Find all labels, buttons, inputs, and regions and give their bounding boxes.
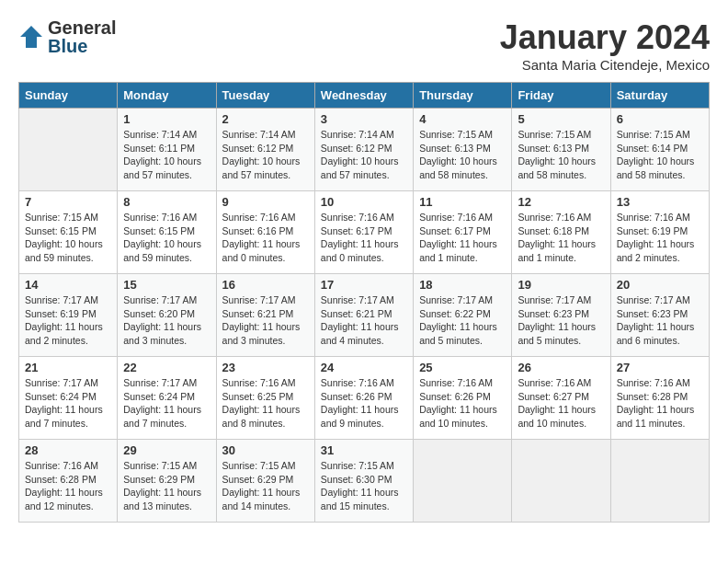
day-info: Sunrise: 7:14 AM Sunset: 6:12 PM Dayligh… <box>321 128 407 182</box>
calendar-cell: 15Sunrise: 7:17 AM Sunset: 6:20 PM Dayli… <box>118 274 216 357</box>
calendar-cell: 13Sunrise: 7:16 AM Sunset: 6:19 PM Dayli… <box>610 191 709 274</box>
day-number: 2 <box>222 112 309 126</box>
calendar-cell: 18Sunrise: 7:17 AM Sunset: 6:22 PM Dayli… <box>414 274 512 357</box>
day-info: Sunrise: 7:17 AM Sunset: 6:20 PM Dayligh… <box>123 293 210 348</box>
day-number: 16 <box>222 278 309 292</box>
calendar-cell: 19Sunrise: 7:17 AM Sunset: 6:23 PM Dayli… <box>512 274 610 357</box>
header-sunday: Sunday <box>19 83 118 109</box>
calendar-cell: 8Sunrise: 7:16 AM Sunset: 6:15 PM Daylig… <box>118 191 216 274</box>
calendar-cell: 12Sunrise: 7:16 AM Sunset: 6:18 PM Dayli… <box>512 191 610 274</box>
day-info: Sunrise: 7:14 AM Sunset: 6:12 PM Dayligh… <box>222 128 309 182</box>
calendar-cell: 22Sunrise: 7:17 AM Sunset: 6:24 PM Dayli… <box>118 357 216 440</box>
day-info: Sunrise: 7:15 AM Sunset: 6:14 PM Dayligh… <box>617 128 703 182</box>
calendar-cell: 26Sunrise: 7:16 AM Sunset: 6:27 PM Dayli… <box>512 357 610 440</box>
day-number: 4 <box>419 112 506 126</box>
day-info: Sunrise: 7:16 AM Sunset: 6:28 PM Dayligh… <box>25 459 111 513</box>
calendar-cell: 1Sunrise: 7:14 AM Sunset: 6:11 PM Daylig… <box>118 109 216 191</box>
calendar-cell: 17Sunrise: 7:17 AM Sunset: 6:21 PM Dayli… <box>314 274 413 357</box>
calendar-cell: 28Sunrise: 7:16 AM Sunset: 6:28 PM Dayli… <box>19 440 118 523</box>
calendar-cell: 10Sunrise: 7:16 AM Sunset: 6:17 PM Dayli… <box>314 191 413 274</box>
day-number: 22 <box>123 361 210 374</box>
day-number: 31 <box>321 443 407 457</box>
logo-general: General <box>48 18 116 37</box>
calendar-cell: 4Sunrise: 7:15 AM Sunset: 6:13 PM Daylig… <box>414 109 512 191</box>
header-wednesday: Wednesday <box>314 83 413 109</box>
calendar-cell: 2Sunrise: 7:14 AM Sunset: 6:12 PM Daylig… <box>216 109 314 191</box>
logo-blue: Blue <box>48 37 116 55</box>
calendar-cell: 21Sunrise: 7:17 AM Sunset: 6:24 PM Dayli… <box>19 357 118 440</box>
logo: General Blue <box>18 18 116 55</box>
calendar-week-1: 1Sunrise: 7:14 AM Sunset: 6:11 PM Daylig… <box>19 109 710 191</box>
header-row: Sunday Monday Tuesday Wednesday Thursday… <box>19 83 710 109</box>
header-thursday: Thursday <box>414 83 512 109</box>
day-number: 26 <box>518 361 604 374</box>
day-info: Sunrise: 7:15 AM Sunset: 6:30 PM Dayligh… <box>321 459 407 513</box>
header-tuesday: Tuesday <box>216 83 314 109</box>
day-number: 27 <box>617 361 703 374</box>
calendar-cell: 16Sunrise: 7:17 AM Sunset: 6:21 PM Dayli… <box>216 274 314 357</box>
day-info: Sunrise: 7:17 AM Sunset: 6:23 PM Dayligh… <box>518 293 604 348</box>
day-info: Sunrise: 7:16 AM Sunset: 6:16 PM Dayligh… <box>222 211 309 265</box>
calendar-cell <box>512 440 610 523</box>
calendar-cell: 6Sunrise: 7:15 AM Sunset: 6:14 PM Daylig… <box>610 109 709 191</box>
calendar-cell <box>414 440 512 523</box>
svg-marker-0 <box>20 26 42 48</box>
calendar-cell: 14Sunrise: 7:17 AM Sunset: 6:19 PM Dayli… <box>19 274 118 357</box>
day-number: 12 <box>518 195 604 209</box>
day-info: Sunrise: 7:15 AM Sunset: 6:29 PM Dayligh… <box>222 459 309 513</box>
calendar-week-2: 7Sunrise: 7:15 AM Sunset: 6:15 PM Daylig… <box>19 191 710 274</box>
day-number: 1 <box>123 112 210 126</box>
title-block: January 2024 Santa Maria Citendeje, Mexi… <box>500 18 710 73</box>
page-header: General Blue January 2024 Santa Maria Ci… <box>18 18 710 73</box>
day-number: 14 <box>25 278 111 292</box>
day-info: Sunrise: 7:17 AM Sunset: 6:19 PM Dayligh… <box>25 293 111 348</box>
day-info: Sunrise: 7:17 AM Sunset: 6:21 PM Dayligh… <box>222 293 309 348</box>
calendar-cell: 3Sunrise: 7:14 AM Sunset: 6:12 PM Daylig… <box>314 109 413 191</box>
day-info: Sunrise: 7:16 AM Sunset: 6:26 PM Dayligh… <box>419 376 506 431</box>
calendar-body: 1Sunrise: 7:14 AM Sunset: 6:11 PM Daylig… <box>19 109 710 523</box>
calendar-week-5: 28Sunrise: 7:16 AM Sunset: 6:28 PM Dayli… <box>19 440 710 523</box>
calendar-cell: 9Sunrise: 7:16 AM Sunset: 6:16 PM Daylig… <box>216 191 314 274</box>
day-info: Sunrise: 7:16 AM Sunset: 6:15 PM Dayligh… <box>123 211 210 265</box>
day-number: 10 <box>321 195 407 209</box>
day-number: 5 <box>518 112 604 126</box>
day-info: Sunrise: 7:17 AM Sunset: 6:24 PM Dayligh… <box>25 376 111 431</box>
day-number: 6 <box>617 112 703 126</box>
day-info: Sunrise: 7:15 AM Sunset: 6:13 PM Dayligh… <box>419 128 506 182</box>
day-info: Sunrise: 7:17 AM Sunset: 6:24 PM Dayligh… <box>123 376 210 431</box>
day-number: 9 <box>222 195 309 209</box>
logo-text: General Blue <box>48 18 116 55</box>
location: Santa Maria Citendeje, Mexico <box>500 57 710 73</box>
day-info: Sunrise: 7:15 AM Sunset: 6:29 PM Dayligh… <box>123 459 210 513</box>
day-number: 23 <box>222 361 309 374</box>
day-info: Sunrise: 7:16 AM Sunset: 6:26 PM Dayligh… <box>321 376 407 431</box>
day-info: Sunrise: 7:16 AM Sunset: 6:17 PM Dayligh… <box>321 211 407 265</box>
calendar-cell: 20Sunrise: 7:17 AM Sunset: 6:23 PM Dayli… <box>610 274 709 357</box>
calendar-cell <box>610 440 709 523</box>
day-info: Sunrise: 7:16 AM Sunset: 6:18 PM Dayligh… <box>518 211 604 265</box>
day-number: 8 <box>123 195 210 209</box>
calendar-cell: 27Sunrise: 7:16 AM Sunset: 6:28 PM Dayli… <box>610 357 709 440</box>
day-info: Sunrise: 7:17 AM Sunset: 6:23 PM Dayligh… <box>617 293 703 348</box>
calendar-week-4: 21Sunrise: 7:17 AM Sunset: 6:24 PM Dayli… <box>19 357 710 440</box>
day-number: 30 <box>222 443 309 457</box>
day-info: Sunrise: 7:16 AM Sunset: 6:17 PM Dayligh… <box>419 211 506 265</box>
calendar-cell: 25Sunrise: 7:16 AM Sunset: 6:26 PM Dayli… <box>414 357 512 440</box>
calendar-week-3: 14Sunrise: 7:17 AM Sunset: 6:19 PM Dayli… <box>19 274 710 357</box>
day-info: Sunrise: 7:16 AM Sunset: 6:19 PM Dayligh… <box>617 211 703 265</box>
calendar-header: Sunday Monday Tuesday Wednesday Thursday… <box>19 83 710 109</box>
day-info: Sunrise: 7:15 AM Sunset: 6:13 PM Dayligh… <box>518 128 604 182</box>
header-monday: Monday <box>118 83 216 109</box>
calendar-cell: 7Sunrise: 7:15 AM Sunset: 6:15 PM Daylig… <box>19 191 118 274</box>
calendar-table: Sunday Monday Tuesday Wednesday Thursday… <box>18 82 710 523</box>
day-number: 11 <box>419 195 506 209</box>
calendar-cell: 29Sunrise: 7:15 AM Sunset: 6:29 PM Dayli… <box>118 440 216 523</box>
day-number: 15 <box>123 278 210 292</box>
day-number: 19 <box>518 278 604 292</box>
day-info: Sunrise: 7:16 AM Sunset: 6:28 PM Dayligh… <box>617 376 703 431</box>
day-number: 21 <box>25 361 111 374</box>
header-friday: Friday <box>512 83 610 109</box>
day-number: 3 <box>321 112 407 126</box>
day-info: Sunrise: 7:14 AM Sunset: 6:11 PM Dayligh… <box>123 128 210 182</box>
calendar-cell: 31Sunrise: 7:15 AM Sunset: 6:30 PM Dayli… <box>314 440 413 523</box>
